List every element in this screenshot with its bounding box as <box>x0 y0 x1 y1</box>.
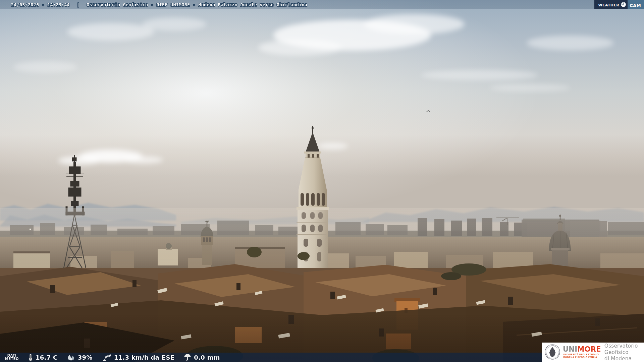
unimore-acronym-grey: UNI <box>563 345 577 353</box>
humidity-metric: 39% <box>67 354 93 361</box>
wind-icon <box>102 353 112 361</box>
webcam-viewport: 24/03/2026 - 14:23:44 | Osservatorio Geo… <box>0 0 644 362</box>
timestamp: 24/03/2026 - 14:23:44 <box>11 2 70 7</box>
weathercam-weather-label: Weather <box>598 2 619 8</box>
weathercam-cam-label: Cam <box>630 1 641 8</box>
thermometer-icon <box>28 353 33 361</box>
humidity-icon <box>67 354 75 361</box>
unimore-crest-icon <box>544 343 560 361</box>
weathercam-logo-left: Weather <box>594 0 628 9</box>
rain-icon <box>183 353 192 361</box>
observatory-name-line2: di Modena <box>604 356 644 362</box>
wind-metric: 11.3 km/h da ESE <box>102 353 175 361</box>
camera-title: Osservatorio Geofisico - DIEF UNIMORE - … <box>87 2 307 7</box>
university-name: UNIVERSITÀ DEGLI STUDI DI MODENA E REGGI… <box>563 354 601 359</box>
university-name-line2: MODENA E REGGIO EMILIA <box>563 356 601 359</box>
modena-cityscape-photo <box>0 0 644 362</box>
separator: | <box>77 2 79 7</box>
unimore-wordmark: UNIMORE UNIVERSITÀ DEGLI STUDI DI MODENA… <box>563 346 601 359</box>
temperature-metric: 16.7 C <box>28 353 58 361</box>
rain-value: 0.0 mm <box>194 354 220 361</box>
humidity-value: 39% <box>78 354 93 361</box>
unimore-acronym: UNIMORE <box>563 346 601 353</box>
dati-label-line2: METEO <box>5 357 19 361</box>
weathercam-logo-right: Cam <box>628 0 644 9</box>
top-overlay-bar: 24/03/2026 - 14:23:44 | Osservatorio Geo… <box>0 0 644 9</box>
rain-metric: 0.0 mm <box>183 353 220 361</box>
observatory-name: Osservatorio Geofisico di Modena <box>604 343 644 362</box>
weathercam-logo: Weather Cam <box>594 0 644 9</box>
unimore-acronym-red: MORE <box>577 345 601 353</box>
lens-icon <box>621 2 626 7</box>
observatory-name-line1: Osservatorio Geofisico <box>604 343 644 356</box>
unimore-branding: UNIMORE UNIVERSITÀ DEGLI STUDI DI MODENA… <box>542 343 644 362</box>
temperature-value: 16.7 C <box>36 354 58 361</box>
wind-value: 11.3 km/h da ESE <box>114 354 175 361</box>
dati-meteo-label: DATI METEO <box>5 354 19 361</box>
